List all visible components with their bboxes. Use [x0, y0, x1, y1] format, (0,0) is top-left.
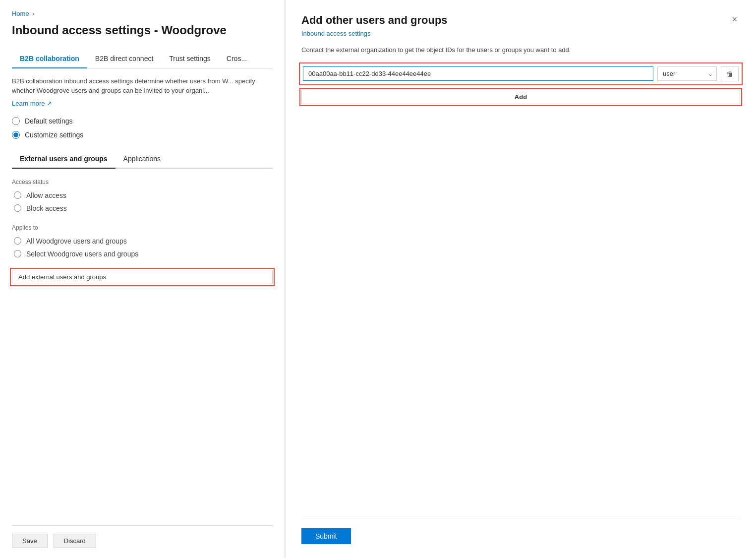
save-button[interactable]: Save: [12, 534, 48, 548]
page-description: B2B collaboration inbound access setting…: [12, 76, 273, 96]
add-external-users-button[interactable]: Add external users and groups: [12, 270, 273, 284]
submit-button[interactable]: Submit: [301, 528, 351, 544]
default-settings-option[interactable]: Default settings: [12, 117, 273, 125]
access-options: Allow access Block access: [12, 191, 273, 212]
customize-settings-label: Customize settings: [25, 131, 83, 139]
allow-access-radio[interactable]: [14, 191, 21, 199]
block-access-option[interactable]: Block access: [14, 204, 273, 212]
select-users-label: Select Woodgrove users and groups: [26, 250, 138, 258]
all-users-option[interactable]: All Woodgrove users and groups: [14, 237, 273, 245]
bottom-actions: Save Discard: [12, 525, 273, 548]
add-row-button[interactable]: Add: [301, 90, 740, 104]
select-users-radio[interactable]: [14, 250, 21, 257]
left-panel: Home › Inbound access settings - Woodgro…: [0, 0, 285, 558]
page-title: Inbound access settings - Woodgrove: [12, 23, 273, 38]
customize-settings-radio[interactable]: [12, 131, 20, 139]
external-link-icon: ↗: [47, 100, 52, 107]
allow-access-label: Allow access: [26, 191, 66, 199]
discard-button[interactable]: Discard: [54, 534, 96, 548]
tab-b2b-collaboration[interactable]: B2B collaboration: [12, 50, 87, 68]
applies-to-label: Applies to: [12, 224, 273, 231]
default-settings-label: Default settings: [25, 117, 73, 125]
default-settings-radio[interactable]: [12, 117, 20, 125]
applies-to-section: Applies to All Woodgrove users and group…: [12, 224, 273, 258]
flyout-header: Add other users and groups ×: [301, 14, 740, 27]
flyout-title: Add other users and groups: [301, 14, 448, 27]
settings-options: Default settings Customize settings: [12, 117, 273, 139]
access-status-label: Access status: [12, 179, 273, 186]
flyout-subtitle: Inbound access settings: [301, 30, 740, 37]
breadcrumb: Home ›: [12, 10, 273, 17]
tab-b2b-direct-connect[interactable]: B2B direct connect: [87, 50, 162, 68]
tab-cross-tenant[interactable]: Cros...: [219, 50, 255, 68]
flyout-panel: Add other users and groups × Inbound acc…: [285, 0, 756, 558]
object-id-input[interactable]: [303, 66, 653, 81]
sub-tabs: External users and groups Applications: [12, 151, 273, 169]
flyout-footer: Submit: [301, 518, 740, 544]
block-access-radio[interactable]: [14, 204, 21, 212]
applies-options: All Woodgrove users and groups Select Wo…: [12, 237, 273, 258]
type-select-wrapper: user group ⌄: [657, 66, 717, 81]
type-select[interactable]: user group: [657, 66, 717, 81]
input-row: user group ⌄ 🗑: [301, 65, 740, 83]
tab-applications[interactable]: Applications: [116, 151, 169, 169]
breadcrumb-home[interactable]: Home: [12, 10, 29, 17]
close-button[interactable]: ×: [729, 14, 740, 25]
all-users-radio[interactable]: [14, 237, 21, 245]
delete-row-button[interactable]: 🗑: [721, 66, 739, 81]
flyout-description: Contact the external organization to get…: [301, 45, 740, 55]
learn-more-link[interactable]: Learn more ↗: [12, 100, 273, 107]
main-tabs: B2B collaboration B2B direct connect Tru…: [12, 50, 273, 68]
block-access-label: Block access: [26, 204, 67, 212]
customize-settings-option[interactable]: Customize settings: [12, 131, 273, 139]
tab-external-users[interactable]: External users and groups: [12, 151, 116, 169]
select-users-option[interactable]: Select Woodgrove users and groups: [14, 250, 273, 258]
allow-access-option[interactable]: Allow access: [14, 191, 273, 199]
tab-trust-settings[interactable]: Trust settings: [161, 50, 219, 68]
trash-icon: 🗑: [726, 70, 733, 78]
breadcrumb-separator: ›: [32, 10, 34, 17]
all-users-label: All Woodgrove users and groups: [26, 237, 127, 245]
